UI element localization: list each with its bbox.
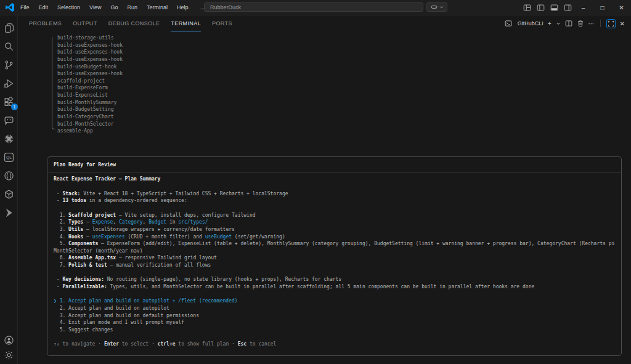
task-item: build-useExpenses-hook	[57, 56, 123, 63]
plan-option[interactable]: 2. Accept plan and build on autopilot	[54, 305, 615, 312]
panel-tabs: PROBLEMSOUTPUTDEBUG CONSOLETERMINALPORTS	[29, 15, 232, 31]
fleet-arrow-icon[interactable]	[1, 205, 16, 220]
svg-text:QL: QL	[6, 155, 12, 160]
task-item: assemble-App	[57, 127, 123, 135]
todo-line: 7. Polish & test — manual verification o…	[54, 262, 615, 269]
panel-actions: GitHubCLI + ⋯ ✕	[505, 19, 631, 28]
task-item: build-useBudget-hook	[57, 63, 123, 71]
command-center-label: RubberDuck	[210, 4, 241, 10]
task-item: build-MonthlySummary	[57, 99, 123, 107]
menu-go[interactable]: Go	[109, 3, 119, 12]
bottom-panel: PROBLEMSOUTPUTDEBUG CONSOLETERMINALPORTS…	[18, 15, 631, 364]
menu-bar: FileEditSelectionViewGoRunTerminalHelp	[19, 0, 189, 15]
task-item: build-ExpenseForm	[57, 84, 123, 92]
accounts-icon[interactable]	[1, 333, 16, 347]
task-list-items: build-storage-utilsbuild-useExpenses-hoo…	[57, 34, 123, 135]
blank-line	[54, 291, 615, 298]
menu-selection[interactable]: Selection	[56, 3, 81, 12]
more-actions-icon[interactable]: ⋯	[588, 20, 595, 27]
plan-line: - 13 todos in a dependency-ordered seque…	[54, 197, 615, 204]
todo-line: 1. Scaffold project — Vite setup, instal…	[54, 212, 615, 219]
tab-output[interactable]: OUTPUT	[73, 15, 97, 31]
menu-terminal[interactable]: Terminal	[145, 3, 169, 12]
blank-line	[54, 269, 615, 277]
plan-box: Plan Ready for Review React Expense Trac…	[47, 156, 622, 356]
task-list: build-storage-utilsbuild-useExpenses-hoo…	[47, 34, 123, 135]
toggle-secondary-sidebar-icon[interactable]	[564, 4, 572, 12]
todo-line: 4. Hooks — useExpenses (CRUD + month fil…	[54, 233, 615, 241]
plan-summary-title: React Expense Tracker — Plan Summary	[54, 176, 615, 183]
explorer-icon[interactable]	[1, 20, 16, 35]
blank-line	[54, 204, 615, 212]
task-item: scaffold-project	[57, 78, 123, 85]
plan-line: - Key decisions: No routing (single-page…	[54, 276, 615, 283]
chevron-down-icon	[439, 5, 444, 9]
menu-run[interactable]: Run	[126, 3, 139, 12]
toggle-primary-sidebar-icon[interactable]	[537, 4, 545, 12]
maximize-panel-icon	[608, 20, 614, 27]
task-item: build-MonthSelector	[57, 121, 123, 128]
maximize-button[interactable]: □	[593, 0, 612, 15]
copilot-icon	[431, 4, 438, 10]
tab-debug-console[interactable]: DEBUG CONSOLE	[108, 15, 160, 31]
tab-problems[interactable]: PROBLEMS	[29, 15, 62, 31]
plan-box-body: React Expense Tracker — Plan Summary - S…	[47, 172, 621, 355]
toggle-panel-icon[interactable]	[550, 4, 558, 12]
package-cube-icon[interactable]	[1, 187, 16, 201]
settings-gear-icon[interactable]	[1, 347, 16, 362]
plan-option[interactable]: 3. Accept plan and build on default perm…	[54, 312, 615, 320]
spark-icon[interactable]	[1, 131, 16, 146]
close-panel-button[interactable]: ✕	[620, 20, 625, 27]
tab-ports[interactable]: PORTS	[212, 15, 232, 31]
copilot-menu-button[interactable]	[426, 2, 447, 12]
menu-edit[interactable]: Edit	[38, 3, 50, 12]
plan-box-title: Plan Ready for Review	[47, 157, 621, 172]
activity-bar: 1 QL	[0, 15, 18, 364]
hint-line: ↑↓ to navigate · Enter to select · ctrl+…	[54, 341, 615, 348]
kill-terminal-trash-icon[interactable]	[577, 20, 584, 27]
task-item: build-CategoryChart	[57, 113, 123, 121]
terminal-dropdown-icon[interactable]	[556, 21, 561, 26]
split-terminal-icon[interactable]	[565, 20, 572, 27]
maximize-panel-button[interactable]	[606, 19, 616, 28]
plan-option[interactable]: 5. Suggest changes	[54, 326, 615, 334]
task-item: build-useExpenses-hook	[57, 49, 123, 56]
history-back-icon[interactable]: ←	[185, 4, 192, 11]
blank-line	[54, 334, 615, 341]
command-center[interactable]: RubberDuck	[204, 2, 423, 12]
todo-line: 6. Assemble App.tsx — responsive Tailwin…	[54, 254, 615, 262]
extensions-icon[interactable]: 1	[1, 94, 16, 109]
run-debug-icon[interactable]	[1, 76, 16, 91]
plan-line: - Stack: Vite + React 18 + TypeScript + …	[54, 190, 615, 198]
minimize-button[interactable]: –	[574, 0, 593, 15]
terminal-session-label[interactable]: GitHubCLI	[518, 20, 543, 26]
menu-view[interactable]: View	[88, 3, 102, 12]
codeql-icon[interactable]: QL	[1, 150, 16, 164]
customize-layout-icon[interactable]	[523, 4, 531, 12]
panel-header: PROBLEMSOUTPUTDEBUG CONSOLETERMINALPORTS…	[18, 15, 631, 31]
task-item: build-ExpenseList	[57, 92, 123, 99]
plan-option[interactable]: 4. Exit plan mode and I will prompt myse…	[54, 319, 615, 326]
task-item: build-useExpenses-hook	[57, 42, 123, 49]
task-item: build-useExpenses-hook	[57, 70, 123, 78]
tab-terminal[interactable]: TERMINAL	[171, 15, 201, 31]
plan-option-selected[interactable]: ❯ 1. Accept plan and build on autopilot …	[54, 297, 615, 305]
search-icon[interactable]	[1, 39, 16, 54]
chat-icon[interactable]	[1, 113, 16, 127]
title-bar: FileEditSelectionViewGoRunTerminalHelp ←…	[0, 0, 631, 15]
todo-line: 5. Components — ExpenseForm (add/edit), …	[54, 240, 615, 248]
terminal-icon	[505, 20, 512, 27]
plan-line: - Parallelizable: Types, utils, and Mont…	[54, 283, 615, 291]
task-tree-line	[52, 37, 55, 129]
todo-line: 2. Types — Expense, Category, Budget in …	[54, 219, 615, 226]
menu-file[interactable]: File	[19, 3, 31, 12]
divider	[600, 20, 601, 27]
close-window-button[interactable]: ✕	[612, 0, 631, 15]
source-control-icon[interactable]	[1, 57, 16, 72]
vscode-logo	[5, 2, 15, 12]
new-terminal-button[interactable]: +	[548, 20, 552, 27]
parentheses-circle-icon[interactable]	[1, 168, 16, 183]
status-line: o Plan ready for review ### React Expens…	[47, 142, 622, 150]
task-item: build-storage-utils	[57, 34, 123, 42]
terminal-viewport[interactable]: build-storage-utilsbuild-useExpenses-hoo…	[18, 31, 631, 364]
